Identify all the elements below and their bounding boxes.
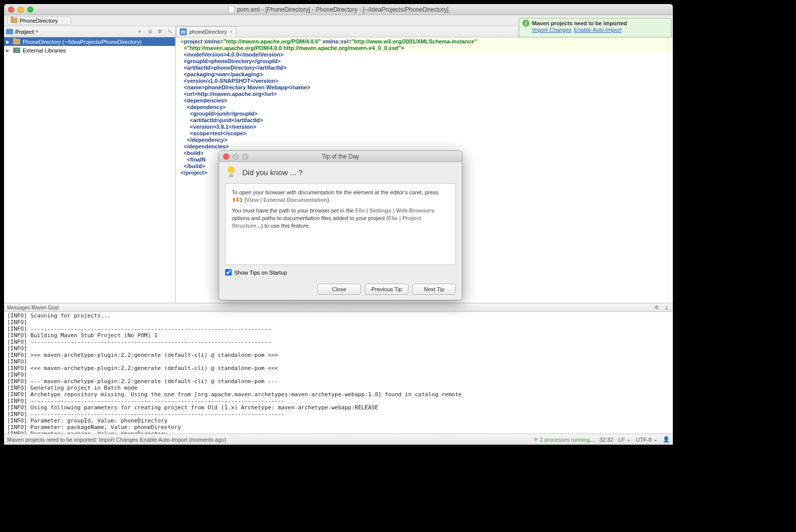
expand-arrow-icon[interactable]: ▶ [6,39,11,44]
zoom-window-icon[interactable] [27,7,33,13]
line-separator[interactable]: LF ⌄ [618,436,631,443]
info-icon: i [522,20,529,27]
hide-panel-icon[interactable]: ⤓ [663,304,670,311]
collapse-all-icon[interactable]: ⇲ [146,28,153,35]
enable-auto-import-link[interactable]: Enable Auto-Import [574,27,621,33]
cursor-position[interactable]: 32:32 [599,437,613,443]
messages-output[interactable]: [INFO] Scanning for projects... [INFO] [… [4,312,673,434]
status-message: Maven projects need to be imported: Impo… [7,437,226,443]
tree-label: External Libraries [23,47,66,54]
close-window-icon[interactable] [8,7,14,13]
close-button[interactable]: Close [317,284,361,295]
close-icon[interactable]: × [230,29,233,35]
library-icon [13,47,20,53]
project-panel-header[interactable]: Project ▾ ⌖ ⇲ ✲ ⤡ [4,26,176,37]
dialog-titlebar[interactable]: Tip of the Day [219,151,462,162]
show-tips-checkbox[interactable]: Show Tips on Startup [225,269,287,276]
tree-label: PhoneDirectory (~/IdeaProjects/PhoneDire… [23,39,142,45]
project-tree[interactable]: ▶ PhoneDirectory (~/IdeaProjects/PhoneDi… [4,37,176,303]
folder-icon [13,39,20,44]
import-changes-link[interactable]: Import Changes [532,27,571,33]
minimize-window-icon[interactable] [18,7,24,13]
tree-item-project-root[interactable]: ▶ PhoneDirectory (~/IdeaProjects/PhoneDi… [4,37,175,46]
next-tip-button[interactable]: Next Tip [412,284,456,295]
tip-content: To open your browser with documentation … [225,183,456,265]
traffic-lights [4,7,33,13]
error-stripe[interactable] [668,37,673,303]
file-encoding[interactable]: UTF-8 ⌄ [636,436,658,443]
project-panel-label: Project [15,29,34,35]
tab-label: phoneDirectory [189,29,227,35]
breadcrumb-label: PhoneDirectory [20,18,58,24]
chevron-down-icon[interactable]: ▾ [36,29,38,34]
breadcrumb-item[interactable]: PhoneDirectory 〉 [7,16,71,25]
tree-item-external-libraries[interactable]: ▶ External Libraries [4,46,175,55]
gear-icon[interactable]: ✲ [653,304,660,311]
maven-import-notification: i Maven projects need to be imported Imp… [519,18,671,37]
previous-tip-button[interactable]: Previous Tip [365,284,408,295]
inspection-indicator-icon[interactable]: 👤 [663,436,670,443]
editor-tab[interactable]: m phoneDirectory × [176,26,236,37]
messages-title: Messages Maven Goal [7,305,59,310]
project-icon [6,29,13,34]
keyboard-shortcut: ⇧F1 [232,197,243,203]
folder-icon [11,18,18,23]
maven-icon: m [180,28,187,35]
processes-running[interactable]: ✳ 2 processes running... [534,436,594,443]
checkbox-input[interactable] [225,269,232,276]
notification-title: Maven projects need to be imported [532,20,627,26]
scroll-to-source-icon[interactable]: ⌖ [136,28,143,35]
chevron-right-icon: 〉 [61,17,66,24]
lightbulb-icon [225,166,237,178]
ide-window: pom.xml - [PhoneDirectory] - PhoneDirect… [4,4,673,445]
expand-arrow-icon[interactable]: ▶ [6,48,11,53]
status-bar: Maven projects need to be imported: Impo… [4,434,673,445]
file-icon [228,6,235,13]
window-title: pom.xml - [PhoneDirectory] - PhoneDirect… [4,6,673,13]
gear-icon[interactable]: ✲ [156,28,163,35]
titlebar[interactable]: pom.xml - [PhoneDirectory] - PhoneDirect… [4,4,673,15]
messages-panel-header[interactable]: Messages Maven Goal ✲ ⤓ [4,303,673,312]
tip-of-the-day-dialog: Tip of the Day Did you know ... ? To ope… [219,150,462,300]
spinner-icon: ✳ [534,436,538,443]
dialog-title: Tip of the Day [219,153,462,160]
hide-panel-icon[interactable]: ⤡ [166,28,173,35]
dialog-heading: Did you know ... ? [225,166,456,178]
